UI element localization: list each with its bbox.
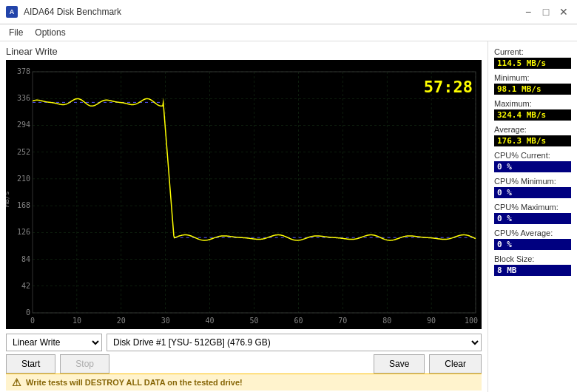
chart-container — [6, 60, 482, 329]
app-icon: A — [6, 6, 18, 18]
cpu-current-label: CPU% Current: — [494, 151, 571, 160]
left-panel: Linear Write Linear Write Linear Read Ra… — [0, 41, 488, 392]
average-label: Average: — [494, 125, 571, 134]
cpu-minimum-label: CPU% Minimum: — [494, 177, 571, 186]
maximum-label: Maximum: — [494, 99, 571, 108]
blocksize-label: Block Size: — [494, 254, 571, 263]
window-title: AIDA64 Disk Benchmark — [24, 7, 121, 17]
title-bar: A AIDA64 Disk Benchmark − □ ✕ — [0, 0, 577, 24]
minimize-button[interactable]: − — [521, 4, 536, 19]
warning-bar: ⚠ Write tests will DESTROY ALL DATA on t… — [6, 374, 482, 391]
warning-icon: ⚠ — [12, 376, 21, 388]
cpu-current-value: 0 % — [494, 161, 571, 172]
current-value: 114.5 MB/s — [494, 58, 571, 69]
warning-text: Write tests will DESTROY ALL DATA on the… — [26, 378, 243, 387]
cpu-maximum-value: 0 % — [494, 213, 571, 224]
maximize-button[interactable]: □ — [539, 4, 553, 19]
menu-bar: File Options — [0, 24, 577, 41]
chart-title: Linear Write — [6, 46, 482, 57]
minimum-label: Minimum: — [494, 73, 571, 82]
cpu-maximum-label: CPU% Maximum: — [494, 203, 571, 212]
menu-options[interactable]: Options — [29, 26, 71, 39]
current-label: Current: — [494, 47, 571, 56]
blocksize-value: 8 MB — [494, 265, 571, 276]
menu-file[interactable]: File — [3, 26, 29, 39]
stop-button[interactable]: Stop — [60, 354, 109, 374]
minimum-value: 98.1 MB/s — [494, 84, 571, 95]
cpu-average-label: CPU% Average: — [494, 229, 571, 237]
controls-row: Linear Write Linear Read Random Write Ra… — [6, 334, 482, 351]
test-select[interactable]: Linear Write Linear Read Random Write Ra… — [6, 334, 102, 351]
save-button[interactable]: Save — [374, 354, 425, 374]
right-panel: Current: 114.5 MB/s Minimum: 98.1 MB/s M… — [488, 41, 577, 392]
disk-select[interactable]: Disk Drive #1 [YSU- 512GB] (476.9 GB) — [107, 334, 482, 351]
maximum-value: 324.4 MB/s — [494, 109, 571, 121]
cpu-average-value: 0 % — [494, 239, 571, 250]
cpu-minimum-value: 0 % — [494, 187, 571, 198]
button-row: Start Stop Save Clear — [6, 354, 482, 374]
clear-button[interactable]: Clear — [429, 354, 482, 374]
start-button[interactable]: Start — [6, 354, 55, 374]
average-value: 176.3 MB/s — [494, 135, 571, 146]
close-button[interactable]: ✕ — [556, 4, 571, 19]
